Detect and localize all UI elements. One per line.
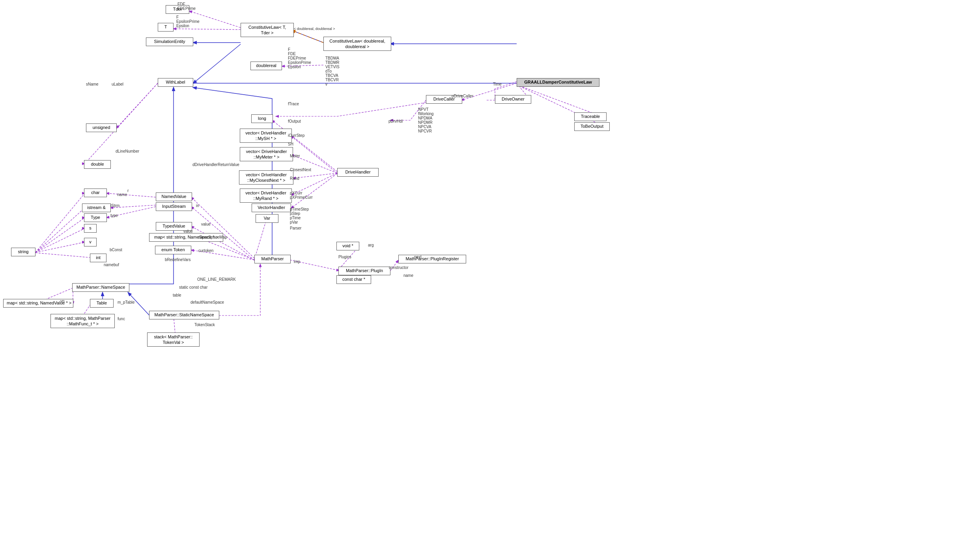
label-f-fde-etc: FFDEFDEPrimeEpsilonPrimeEpsilon: [288, 47, 311, 69]
svg-line-8: [174, 29, 241, 30]
label-arg: arg: [368, 243, 373, 247]
label-bconst: bConst: [110, 248, 122, 252]
label-value2: value: [183, 229, 193, 233]
label-icurrstep: iCurrStep: [288, 133, 304, 138]
node-stack-tokenval: stack< MathParser::TokenVal >: [147, 332, 200, 347]
label-istrm: iStrm: [110, 203, 120, 208]
node-void-star: void *: [336, 242, 359, 250]
label-pdrvhdl: pDrvHdl: [388, 119, 403, 123]
node-type: Type: [84, 213, 107, 222]
label-r: r: [127, 189, 129, 193]
label-one-line-remark: ONE_LINE_REMARK: [197, 277, 236, 282]
label-static-const-char: static const char: [179, 285, 207, 289]
label-constructor: constructor: [389, 265, 408, 270]
label-tbdma-etc: TBDMATBDMRVETVISdToTBCVATBCVRv: [325, 56, 340, 86]
node-mathparser-pluginregister: MathParser::PlugInRegister: [398, 255, 466, 263]
node-map-string-mathparser: map< std::string, MathParser::MathFunc_t…: [50, 314, 115, 328]
node-mathparser: MathParser: [254, 255, 291, 263]
node-driveowner: DriveOwner: [495, 95, 531, 104]
label-rand: Rand: [290, 176, 299, 181]
label-ddrivehandlerreturnvalue: dDriveHandlerReturnValue: [192, 162, 239, 167]
label-mptable: m_pTable: [118, 300, 134, 304]
label-closestnext: ClosestNext: [290, 168, 311, 172]
node-graall: GRAALLDamperConstitutiveLaw: [517, 78, 599, 87]
label-time: Time: [493, 82, 502, 86]
node-t: T: [158, 23, 174, 32]
node-string: string: [11, 248, 35, 256]
label-name-namedval: name: [117, 192, 127, 197]
label-ptimestep: pTimeSteppSteppTimepVar: [290, 207, 309, 224]
node-traceable: Traceable: [574, 112, 607, 121]
svg-line-10: [292, 30, 323, 43]
node-mathparser-staticnamespace: MathParser::StaticNameSpace: [149, 311, 219, 319]
node-enum-token: enum Token: [155, 246, 191, 254]
node-istream: istream &: [82, 203, 111, 212]
label-func: func: [118, 317, 125, 321]
node-table: Table: [90, 299, 114, 308]
label-imp: imp: [294, 259, 300, 264]
label-pxcurr: pXCurrpXPrimeCurr: [290, 191, 313, 200]
label-fde-fdeprime: FDEFDEPrime: [177, 2, 196, 11]
label-doublereal-param: < doublereal, doublereal >: [294, 27, 335, 31]
node-mathparser-namespace: MathParser::NameSpace: [72, 283, 129, 292]
node-namedvalue: NamedValue: [156, 192, 192, 201]
label-namebuf: namebuf: [104, 263, 119, 267]
node-constitutivelaw: ConstitutiveLaw< T,Tder >: [241, 23, 294, 37]
node-v: v: [84, 238, 97, 246]
node-double: double: [84, 160, 111, 169]
label-sname: sName: [86, 82, 99, 86]
label-dlinenumber: dLineNumber: [116, 149, 139, 153]
node-simulationentity: SimulationEntity: [146, 37, 193, 46]
node-unsigned: unsigned: [86, 123, 117, 132]
node-tobeoutput: ToBeOutput: [574, 122, 610, 131]
node-drivehandler: DriveHandler: [337, 168, 379, 177]
svg-line-19: [272, 120, 337, 172]
label-defaultnamespace: defaultNameSpace: [190, 300, 224, 304]
label-tokenstack: TokenStack: [194, 323, 215, 327]
svg-line-2: [193, 44, 241, 83]
node-vec-myclosestnext: vector< DriveHandler::MyClosestNext * >: [239, 170, 293, 185]
diagram-container: Tder T ConstitutiveLaw< T,Tder > Simulat…: [0, 0, 956, 560]
node-withlabel: WithLabel: [158, 78, 193, 87]
label-f-epsilon: FEpsilonPrimeEpsilon: [176, 15, 200, 28]
svg-line-32: [106, 193, 156, 197]
node-long: long: [251, 114, 273, 123]
svg-line-17: [293, 173, 337, 178]
node-const-char-star: const char *: [336, 275, 371, 284]
node-vec-myrand: vector< DriveHandler::MyRand * >: [240, 189, 292, 203]
label-in: in: [196, 203, 199, 208]
node-char: char: [84, 189, 107, 197]
node-int: int: [90, 254, 106, 262]
label-ftrace: fTrace: [288, 102, 299, 106]
node-inputstream: InputStream: [156, 202, 192, 211]
node-vec-mymeter: vector< DriveHandler::MyMeter * >: [240, 147, 293, 161]
label-ulabel: uLabel: [112, 82, 123, 86]
label-plugins: Plugins: [338, 255, 351, 259]
label-curtoken: curtoken: [198, 248, 213, 253]
label-pdrivecaller: pDriveCaller: [452, 94, 473, 98]
node-mathparser-plugin: MathParser::PlugIn: [338, 267, 390, 275]
diagram-svg: [0, 0, 956, 560]
label-parser: Parser: [290, 226, 301, 230]
label-bredefinevars: bRedefineVars: [165, 258, 190, 262]
label-table: table: [173, 293, 181, 297]
label-type: type: [110, 213, 118, 218]
label-namepi: name: [403, 273, 413, 278]
label-meter: Meter: [290, 154, 300, 158]
node-vectorhandler: VectorHandler: [252, 203, 291, 212]
svg-line-31: [116, 83, 158, 128]
label-foutput: fOutput: [288, 119, 301, 123]
node-doublereal: doublereal: [250, 62, 282, 70]
svg-line-30: [254, 219, 267, 259]
node-s: s: [84, 224, 97, 233]
label-sh: SH: [288, 142, 293, 146]
label-namespacemap: nameSpaceMap: [198, 235, 227, 239]
label-next: next: [414, 255, 422, 259]
node-var: Var: [256, 214, 278, 223]
label-npvt-etc: NPVTfWorkingNPDMANPDMRNPCVANPCVR: [418, 107, 433, 133]
label-vn: vn: [60, 299, 65, 303]
node-constitutivelaw-double: ConstitutiveLaw< doublereal,doublereal >: [323, 37, 391, 51]
label-value1: value: [201, 222, 211, 226]
node-vec-mysh: vector< DriveHandler::MySH * >: [240, 129, 292, 143]
